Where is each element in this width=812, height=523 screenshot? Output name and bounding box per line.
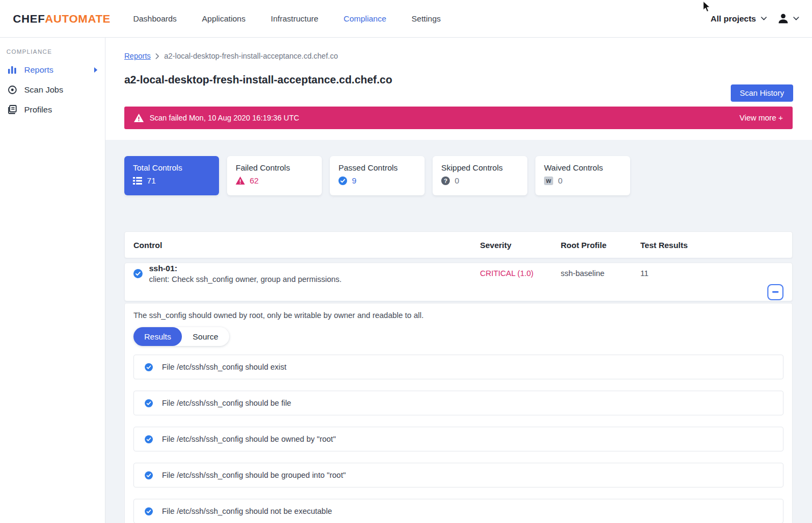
control-summary: The ssh_config should owned by root, onl…	[133, 311, 783, 320]
test-results-value: 11	[640, 269, 792, 278]
sidebar-section-label: COMPLIANCE	[0, 48, 105, 55]
list-icon	[133, 177, 142, 185]
waived-badge-icon: w	[544, 176, 553, 185]
report-header: Reports a2-local-desktop-fresh-install-a…	[105, 38, 812, 140]
collapse-row-button[interactable]	[767, 284, 783, 300]
check-circle-icon	[145, 471, 153, 479]
main-content: Reports a2-local-desktop-fresh-install-a…	[105, 38, 812, 523]
sidebar-item-scan-jobs[interactable]: Scan Jobs	[0, 80, 105, 100]
tab-source[interactable]: Source	[182, 327, 229, 346]
nav-settings[interactable]: Settings	[412, 14, 441, 23]
chevron-down-icon	[793, 17, 799, 20]
result-row: File /etc/ssh/ssh_config should not be e…	[133, 499, 783, 523]
sidebar-item-label: Profiles	[24, 105, 52, 115]
compliance-sidebar: COMPLIANCE Reports Scan Jobs Profiles	[0, 38, 105, 523]
check-circle-icon	[145, 435, 153, 443]
nav-dashboards[interactable]: Dashboards	[133, 14, 176, 23]
warning-triangle-icon	[134, 114, 144, 122]
nav-applications[interactable]: Applications	[202, 14, 245, 23]
topbar-right: All projects	[711, 12, 799, 25]
chef-automate-logo[interactable]: CHEFAUTOMATE	[13, 12, 110, 25]
sidebar-item-reports[interactable]: Reports	[0, 60, 105, 80]
column-header-test-results: Test Results	[640, 241, 792, 250]
user-menu-button[interactable]	[777, 12, 799, 25]
scanner-icon	[8, 85, 17, 95]
top-navigation-bar: CHEFAUTOMATE Dashboards Applications Inf…	[0, 0, 812, 38]
question-circle-icon: ?	[441, 176, 450, 185]
report-body: Total Controls 71 Failed Controls 62 Pas…	[105, 140, 812, 523]
chevron-right-icon	[156, 53, 159, 59]
card-label: Waived Controls	[544, 163, 622, 172]
warning-triangle-icon	[236, 176, 245, 185]
column-header-severity: Severity	[480, 241, 561, 250]
banner-message: Scan failed Mon, 10 Aug 2020 16:19:36 UT…	[150, 114, 299, 122]
result-text: File /etc/ssh/ssh_config should be file	[162, 399, 291, 407]
bar-chart-icon	[8, 66, 17, 74]
control-detail-panel: The ssh_config should owned by root, onl…	[124, 303, 793, 523]
result-text: File /etc/ssh/ssh_config should exist	[162, 363, 286, 371]
user-avatar-icon	[777, 12, 789, 25]
controls-summary-cards: Total Controls 71 Failed Controls 62 Pas…	[124, 156, 793, 195]
breadcrumb-reports-link[interactable]: Reports	[124, 52, 151, 60]
controls-table: Control Severity Root Profile Test Resul…	[124, 231, 793, 523]
total-controls-card[interactable]: Total Controls 71	[124, 156, 219, 195]
card-value: 0	[455, 176, 459, 185]
check-circle-icon	[133, 269, 143, 278]
card-label: Passed Controls	[338, 163, 416, 172]
result-row: File /etc/ssh/ssh_config should be owned…	[133, 427, 783, 451]
minus-icon	[772, 291, 779, 293]
test-results-list: File /etc/ssh/ssh_config should exist Fi…	[133, 355, 783, 523]
expand-arrow-icon[interactable]	[94, 67, 97, 73]
tab-results[interactable]: Results	[133, 327, 182, 346]
card-value: 71	[147, 176, 156, 185]
scan-history-button[interactable]: Scan History	[731, 84, 793, 102]
control-id: ssh-01:	[149, 264, 342, 273]
sidebar-item-profiles[interactable]: Profiles	[0, 100, 105, 119]
breadcrumb: Reports a2-local-desktop-fresh-install-a…	[124, 52, 793, 60]
result-row: File /etc/ssh/ssh_config should be file	[133, 391, 783, 415]
card-label: Total Controls	[133, 163, 210, 172]
check-circle-icon	[145, 399, 153, 407]
scan-failed-banner: Scan failed Mon, 10 Aug 2020 16:19:36 UT…	[124, 107, 793, 129]
brand-chef: CHEF	[13, 12, 45, 25]
result-row: File /etc/ssh/ssh_config should be group…	[133, 463, 783, 487]
severity-value: CRITICAL (1.0)	[480, 269, 561, 278]
page-title: a2-local-desktop-fresh-install-acceptanc…	[124, 74, 793, 86]
card-label: Skipped Controls	[441, 163, 519, 172]
nav-infrastructure[interactable]: Infrastructure	[271, 14, 318, 23]
card-label: Failed Controls	[236, 163, 313, 172]
table-header-row: Control Severity Root Profile Test Resul…	[124, 231, 793, 258]
column-header-root-profile: Root Profile	[561, 241, 640, 250]
nav-compliance[interactable]: Compliance	[344, 14, 386, 23]
skipped-controls-card[interactable]: Skipped Controls ? 0	[433, 156, 527, 195]
sidebar-item-label: Scan Jobs	[24, 85, 63, 95]
result-text: File /etc/ssh/ssh_config should be owned…	[162, 435, 336, 443]
sidebar-item-label: Reports	[24, 65, 53, 75]
projects-filter-button[interactable]: All projects	[711, 14, 756, 24]
breadcrumb-current: a2-local-desktop-fresh-install-acceptanc…	[164, 52, 338, 60]
check-circle-icon	[145, 363, 153, 371]
primary-nav: Dashboards Applications Infrastructure C…	[133, 14, 441, 23]
card-value: 62	[250, 176, 259, 185]
root-profile-value: ssh-baseline	[561, 269, 640, 278]
chevron-down-icon[interactable]	[761, 17, 767, 20]
check-circle-icon	[338, 176, 347, 185]
result-text: File /etc/ssh/ssh_config should not be e…	[162, 507, 332, 515]
control-row-ssh-01[interactable]: ssh-01: client: Check ssh_config owner, …	[124, 263, 793, 301]
passed-controls-card[interactable]: Passed Controls 9	[330, 156, 425, 195]
brand-automate: AUTOMATE	[45, 12, 111, 25]
waived-controls-card[interactable]: Waived Controls w 0	[535, 156, 630, 195]
result-row: File /etc/ssh/ssh_config should exist	[133, 355, 783, 379]
banner-view-more-button[interactable]: View more +	[739, 114, 783, 122]
control-description: client: Check ssh_config owner, group an…	[149, 275, 342, 284]
detail-tabs: Results Source	[133, 327, 229, 346]
result-text: File /etc/ssh/ssh_config should be group…	[162, 471, 346, 479]
column-header-control: Control	[133, 241, 480, 250]
check-circle-icon	[145, 507, 153, 515]
card-value: 9	[352, 176, 356, 185]
card-value: 0	[558, 176, 562, 185]
failed-controls-card[interactable]: Failed Controls 62	[227, 156, 322, 195]
profiles-icon	[8, 105, 17, 114]
